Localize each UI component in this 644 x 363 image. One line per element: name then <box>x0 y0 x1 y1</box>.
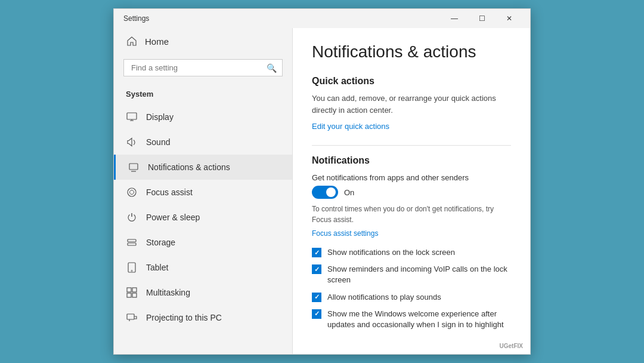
svg-rect-7 <box>132 288 137 292</box>
tablet-icon <box>126 262 138 273</box>
svg-rect-1 <box>129 164 138 170</box>
sidebar-item-display[interactable]: Display <box>114 104 292 130</box>
titlebar: Settings — ☐ ✕ <box>114 9 530 28</box>
search-container: 🔍 <box>123 59 283 76</box>
settings-window: Settings — ☐ ✕ Home 🔍 System <box>113 8 531 355</box>
checkbox-voip[interactable]: ✓ <box>312 264 321 274</box>
checkbox-label-3: Show me the Windows welcome experience a… <box>327 309 511 330</box>
sidebar-item-focus[interactable]: Focus assist <box>114 180 292 205</box>
sidebar-item-tablet[interactable]: Tablet <box>114 255 292 280</box>
close-button[interactable]: ✕ <box>496 9 523 28</box>
notifications-toggle[interactable] <box>312 186 338 199</box>
checkmark-icon-2: ✓ <box>314 293 320 301</box>
svg-rect-2 <box>128 239 136 242</box>
toggle-thumb <box>326 187 336 197</box>
window-controls: — ☐ ✕ <box>441 9 523 28</box>
minimize-button[interactable]: — <box>441 9 468 28</box>
focus-icon <box>126 186 138 198</box>
sidebar-section-label: System <box>114 86 292 104</box>
sidebar-item-multitasking[interactable]: Multitasking <box>114 280 292 305</box>
window-title: Settings <box>123 14 149 23</box>
sidebar-item-home[interactable]: Home <box>114 28 292 54</box>
search-icon: 🔍 <box>267 63 277 73</box>
checkbox-label-1: Show reminders and incoming VoIP calls o… <box>327 264 511 285</box>
get-notif-label: Get notifications from apps and other se… <box>312 173 511 182</box>
checkmark-icon-3: ✓ <box>314 310 320 318</box>
sidebar-item-projecting[interactable]: Projecting to this PC <box>114 305 292 330</box>
svg-rect-8 <box>127 293 131 297</box>
quick-actions-desc: You can add, remove, or rearrange your q… <box>312 93 511 116</box>
sidebar-item-sound[interactable]: Sound <box>114 130 292 155</box>
svg-rect-9 <box>132 293 137 297</box>
checkbox-lock-screen[interactable]: ✓ <box>312 248 321 257</box>
sidebar-item-power[interactable]: Power & sleep <box>114 205 292 230</box>
maximize-button[interactable]: ☐ <box>468 9 496 28</box>
storage-icon <box>126 236 138 248</box>
search-input[interactable] <box>123 59 283 76</box>
toggle-status: On <box>344 188 354 197</box>
sidebar-item-power-label: Power & sleep <box>146 213 200 222</box>
checkbox-row-2: ✓ Allow notifications to play sounds <box>312 292 511 303</box>
sidebar-item-storage[interactable]: Storage <box>114 230 292 255</box>
main-content: Home 🔍 System Display <box>114 28 530 354</box>
checkbox-welcome[interactable]: ✓ <box>312 309 321 319</box>
home-label: Home <box>145 36 169 47</box>
divider <box>312 145 511 146</box>
projecting-icon <box>126 312 138 324</box>
svg-point-5 <box>131 270 132 272</box>
power-icon <box>126 211 138 223</box>
toggle-row: On <box>312 186 511 199</box>
svg-rect-6 <box>127 288 131 292</box>
focus-assist-link[interactable]: Focus assist settings <box>312 229 378 238</box>
sidebar-item-sound-label: Sound <box>146 137 170 147</box>
checkbox-row-1: ✓ Show reminders and incoming VoIP calls… <box>312 264 511 285</box>
checkbox-row-0: ✓ Show notifications on the lock screen <box>312 247 511 258</box>
sidebar-item-tablet-label: Tablet <box>146 263 168 272</box>
page-title: Notifications & actions <box>312 42 511 61</box>
checkmark-icon: ✓ <box>314 249 320 257</box>
home-icon <box>126 35 138 47</box>
sidebar-item-notifications-label: Notifications & actions <box>148 162 230 172</box>
svg-rect-3 <box>128 243 136 245</box>
checkbox-label-0: Show notifications on the lock screen <box>327 247 455 258</box>
sidebar-item-multitasking-label: Multitasking <box>146 288 190 297</box>
checkbox-row-3: ✓ Show me the Windows welcome experience… <box>312 309 511 330</box>
focus-hint: To control times when you do or don't ge… <box>312 204 511 225</box>
svg-rect-10 <box>127 314 134 319</box>
sidebar-item-projecting-label: Projecting to this PC <box>146 313 222 322</box>
quick-actions-title: Quick actions <box>312 76 511 87</box>
checkbox-sounds[interactable]: ✓ <box>312 293 321 302</box>
sidebar-item-display-label: Display <box>146 112 174 122</box>
watermark: UGetFIX <box>500 343 523 349</box>
main-panel: Notifications & actions Quick actions Yo… <box>293 28 530 354</box>
edit-quick-actions-link[interactable]: Edit your quick actions <box>312 122 389 131</box>
sidebar-item-notifications[interactable]: Notifications & actions <box>114 155 292 180</box>
svg-rect-4 <box>128 263 135 272</box>
notifications-icon <box>128 161 140 173</box>
checkbox-label-2: Allow notifications to play sounds <box>327 292 441 303</box>
notifications-title: Notifications <box>312 155 511 166</box>
sidebar: Home 🔍 System Display <box>114 28 293 354</box>
sidebar-item-focus-label: Focus assist <box>146 187 193 197</box>
sidebar-item-storage-label: Storage <box>146 238 175 247</box>
checkmark-icon-1: ✓ <box>314 266 320 273</box>
svg-rect-0 <box>127 113 137 119</box>
display-icon <box>126 111 138 123</box>
sound-icon <box>126 136 138 148</box>
multitasking-icon <box>126 287 138 299</box>
